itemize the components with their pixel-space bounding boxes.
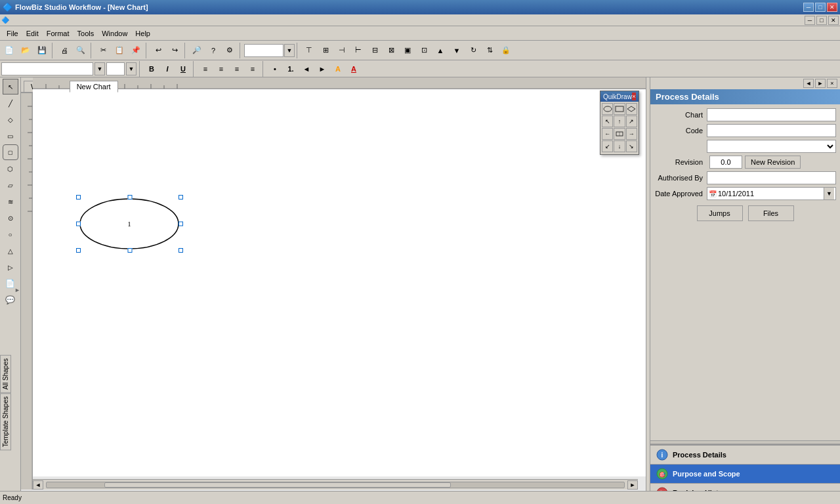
- copy-button[interactable]: 📋: [112, 43, 127, 58]
- qd-arrow-ur[interactable]: ↗: [626, 116, 637, 127]
- print-preview-button[interactable]: 🔍: [73, 43, 89, 58]
- menu-file[interactable]: File: [3, 28, 22, 39]
- distribute-h[interactable]: ⊟: [367, 43, 383, 58]
- align-right[interactable]: ⊣: [334, 43, 350, 58]
- authorised-input[interactable]: [707, 171, 836, 184]
- zoom-dropdown[interactable]: ▼: [284, 44, 295, 57]
- owner-select[interactable]: [707, 140, 836, 153]
- qd-center[interactable]: [614, 128, 625, 140]
- redo-button[interactable]: ↪: [167, 43, 182, 58]
- maximize-button[interactable]: □: [815, 3, 826, 12]
- underline-button[interactable]: U: [176, 62, 190, 75]
- h-scrollbar[interactable]: ◄ ►: [33, 479, 638, 490]
- oval-shape[interactable]: 1: [79, 198, 180, 250]
- handle-ml[interactable]: [76, 222, 81, 226]
- quikdraw-close[interactable]: ×: [632, 93, 636, 100]
- align-top[interactable]: ⊢: [350, 43, 366, 58]
- mdi-minimize[interactable]: ─: [805, 16, 815, 25]
- qd-arrow-dl[interactable]: ↙: [602, 140, 613, 152]
- cylinder-tool[interactable]: ⊙: [3, 210, 18, 226]
- title-controls[interactable]: ─ □ ✕: [803, 3, 837, 12]
- scrollbar-track[interactable]: [46, 482, 625, 488]
- font-size-dropdown[interactable]: ▼: [126, 62, 136, 75]
- new-revision-button[interactable]: New Revision: [745, 156, 801, 169]
- menu-tools[interactable]: Tools: [74, 28, 98, 39]
- handle-tl[interactable]: [76, 195, 81, 200]
- align-right-text[interactable]: ≡: [230, 62, 244, 75]
- bold-button[interactable]: B: [144, 62, 159, 75]
- find-button[interactable]: 🔎: [189, 43, 205, 58]
- font-size-input[interactable]: 9: [106, 62, 125, 75]
- minimize-button[interactable]: ─: [803, 3, 814, 12]
- handle-tr[interactable]: [178, 195, 183, 200]
- parallelogram-tool[interactable]: ▱: [3, 177, 18, 193]
- zoom-input[interactable]: 100%: [244, 44, 284, 57]
- bullet-list[interactable]: •: [268, 62, 282, 75]
- scroll-left-btn[interactable]: ◄: [33, 480, 43, 490]
- distribute-v[interactable]: ⊠: [383, 43, 399, 58]
- align-left-text[interactable]: ≡: [198, 62, 213, 75]
- handle-bl[interactable]: [76, 248, 81, 253]
- qd-oval[interactable]: [602, 103, 613, 115]
- date-dropdown[interactable]: ▼: [824, 188, 834, 200]
- handle-mr[interactable]: [178, 222, 183, 226]
- indent-increase[interactable]: ►: [315, 62, 329, 75]
- open-button[interactable]: 📂: [18, 43, 33, 58]
- send-back[interactable]: ▼: [449, 43, 465, 58]
- arrow-right-tool[interactable]: ▷: [3, 259, 18, 275]
- quikdraw-header[interactable]: QuikDraw ×: [600, 91, 639, 102]
- help-icon-btn[interactable]: ?: [205, 43, 221, 58]
- all-shapes-tab[interactable]: All Shapes: [0, 355, 11, 393]
- handle-bc[interactable]: [127, 248, 132, 253]
- lock-button[interactable]: 🔒: [498, 43, 514, 58]
- mdi-close[interactable]: ✕: [828, 16, 839, 25]
- print-button[interactable]: 🖨: [56, 43, 72, 58]
- number-list[interactable]: 1.: [284, 62, 298, 75]
- purpose-scope-item[interactable]: 🎯 Purpose and Scope: [650, 465, 840, 484]
- date-input[interactable]: [718, 190, 824, 198]
- pointer-tool[interactable]: ↖: [3, 79, 18, 94]
- callout-tool[interactable]: 💬: [3, 292, 18, 308]
- menu-edit[interactable]: Edit: [22, 28, 43, 39]
- save-button[interactable]: 💾: [34, 43, 50, 58]
- qd-arrow-d[interactable]: ↓: [614, 140, 625, 152]
- chart-input[interactable]: [707, 108, 836, 121]
- hexagon-tool[interactable]: ⬡: [3, 161, 18, 177]
- paste-button[interactable]: 📌: [128, 43, 144, 58]
- text-highlight[interactable]: A: [331, 62, 345, 75]
- line-tool[interactable]: ╱: [3, 95, 18, 111]
- bring-front[interactable]: ▲: [432, 43, 448, 58]
- template-shapes-tab[interactable]: Template Shapes: [0, 393, 11, 450]
- circle-tool[interactable]: ○: [3, 226, 18, 242]
- qd-arrow-dr[interactable]: ↘: [626, 140, 637, 152]
- rect-tool[interactable]: ▭: [3, 128, 18, 144]
- menu-format[interactable]: Format: [43, 28, 74, 39]
- scrollbar-thumb[interactable]: [104, 482, 451, 488]
- new-button[interactable]: 📄: [1, 43, 17, 58]
- properties-button[interactable]: ⚙: [222, 43, 238, 58]
- align-left-top[interactable]: ⊤: [301, 43, 317, 58]
- italic-button[interactable]: I: [160, 62, 175, 75]
- jumps-button[interactable]: Jumps: [697, 205, 743, 221]
- panel-nav-left[interactable]: ◄: [803, 79, 814, 88]
- handle-tc[interactable]: [127, 195, 132, 200]
- qd-diamond[interactable]: [626, 103, 637, 115]
- qd-arrow-ul[interactable]: ↖: [602, 116, 613, 127]
- group-button[interactable]: ▣: [400, 43, 415, 58]
- align-center-text[interactable]: ≡: [214, 62, 228, 75]
- process-details-item[interactable]: i Process Details: [650, 446, 840, 465]
- new-chart-tab[interactable]: New Chart: [70, 81, 118, 93]
- diamond-tool[interactable]: ◇: [3, 112, 18, 127]
- undo-button[interactable]: ↩: [150, 43, 166, 58]
- revision-input[interactable]: [709, 156, 742, 169]
- menu-help[interactable]: Help: [131, 28, 154, 39]
- qd-arrow-l[interactable]: ←: [602, 128, 613, 140]
- menu-window[interactable]: Window: [98, 28, 131, 39]
- scroll-right-btn[interactable]: ►: [627, 480, 638, 490]
- rounded-rect-tool[interactable]: ▢: [3, 144, 18, 160]
- qd-rect[interactable]: [614, 103, 625, 115]
- expand-arrow[interactable]: ►: [14, 287, 20, 293]
- indent-decrease[interactable]: ◄: [299, 62, 314, 75]
- wave-doc-tool[interactable]: ≋: [3, 194, 18, 209]
- font-family-input[interactable]: Tahoma: [1, 62, 93, 75]
